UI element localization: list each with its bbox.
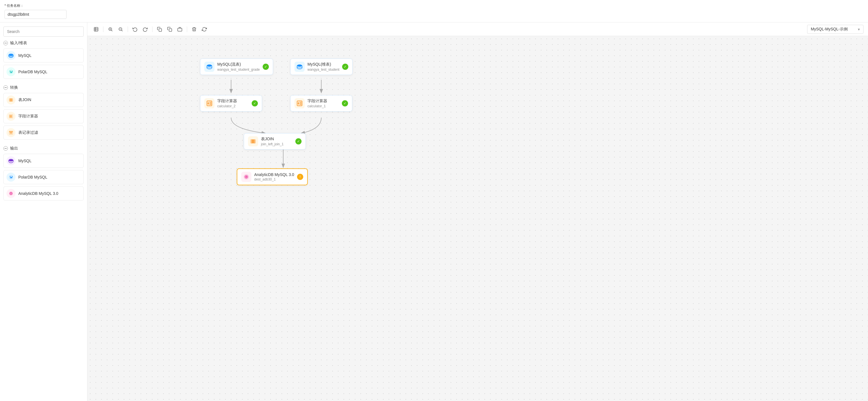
chevron-down-icon: ▾ (858, 27, 860, 32)
section-transform: 转换 表JOIN (3, 85, 84, 142)
copy-btn-1[interactable] (155, 25, 164, 34)
sidebar-item-polardb-input[interactable]: PolarDB MySQL (3, 65, 84, 79)
section-output-header[interactable]: 输出 (3, 146, 84, 151)
svg-rect-46 (252, 139, 254, 143)
svg-point-28 (207, 65, 212, 67)
arrow-calc2-to-join (231, 118, 265, 133)
redo-btn[interactable] (141, 25, 149, 34)
sidebar-item-field-calc[interactable]: ⊞ 字段计算器 (3, 109, 84, 123)
page-wrapper: * 任务名称： 输入/维表 (0, 0, 868, 401)
node-calc-1[interactable]: 字段计算器 calculator_1 ✓ (290, 95, 352, 111)
table-join-sidebar-label: 表JOIN (18, 97, 31, 102)
svg-point-8 (9, 159, 13, 161)
svg-line-20 (111, 30, 112, 31)
analyticdb-node-status: ! (297, 174, 303, 180)
mysql-stream-icon (204, 62, 214, 72)
section-transform-header[interactable]: 转换 (3, 85, 84, 90)
collapse-input-icon (3, 41, 8, 45)
collapse-transform-icon (3, 85, 8, 90)
zoom-out-btn[interactable] (116, 25, 125, 34)
task-name-input[interactable] (4, 10, 66, 19)
calc-1-sub: calculator_1 (307, 104, 339, 108)
analyticdb-node-info: AnalyticDB MySQL 3.0 dest_adb30_1 (254, 172, 294, 181)
zoom-in-btn[interactable] (106, 25, 115, 34)
polardb-input-label: PolarDB MySQL (18, 70, 48, 74)
mysql-stream-title: MySQL(流表) (217, 62, 260, 67)
polardb-output-icon (6, 173, 16, 181)
svg-point-0 (9, 54, 13, 56)
svg-rect-13 (94, 27, 98, 31)
record-filter-sidebar-icon (6, 128, 16, 137)
field-calc-sidebar-label: 字段计算器 (18, 114, 38, 119)
undo-btn[interactable] (131, 25, 139, 34)
mysql-dim-icon (294, 62, 305, 72)
calc-2-sub: calculator_2 (217, 104, 249, 108)
sidebar-item-record-filter[interactable]: 表记录过滤 (3, 126, 84, 140)
calc-1-icon (294, 98, 305, 108)
analyticdb-node-icon (241, 172, 251, 182)
mysql-dim-sub: wangya_test_student (307, 68, 339, 71)
section-output-label: 输出 (10, 146, 18, 151)
search-input[interactable] (3, 27, 84, 37)
calc-1-status: ✓ (342, 100, 348, 106)
sidebar: 输入/维表 MySQL (0, 23, 87, 401)
node-table-join[interactable]: 表JOIN join_left_join_1 ✓ (244, 133, 306, 149)
copy-btn-2[interactable] (165, 25, 174, 34)
table-join-sidebar-icon (6, 96, 16, 104)
table-join-node-sub: join_left_join_1 (261, 142, 292, 146)
node-mysql-stream[interactable]: MySQL(流表) wangya_test_student_grade ✓ (200, 59, 273, 75)
node-analyticdb[interactable]: AnalyticDB MySQL 3.0 dest_adb30_1 ! (237, 168, 308, 185)
mysql-dim-title: MySQL(维表) (307, 62, 339, 67)
analyticdb-node-title: AnalyticDB MySQL 3.0 (254, 172, 294, 177)
record-filter-sidebar-label: 表记录过滤 (18, 130, 38, 135)
svg-line-23 (121, 30, 122, 31)
svg-rect-4 (10, 98, 12, 102)
node-mysql-dim[interactable]: MySQL(维表) wangya_test_student ✓ (290, 59, 352, 75)
datasource-select[interactable]: MySQL-MySQL-示例 ▾ (807, 25, 864, 34)
list-btn[interactable] (92, 25, 100, 34)
polardb-output-label: PolarDB MySQL (18, 175, 48, 179)
table-join-node-icon (248, 136, 258, 146)
analyticdb-output-icon (6, 189, 16, 198)
analyticdb-output-label: AnalyticDB MySQL 3.0 (18, 191, 58, 196)
table-join-node-info: 表JOIN join_left_join_1 (261, 137, 292, 146)
svg-rect-24 (159, 28, 162, 31)
task-name-label: * 任务名称： (4, 3, 864, 8)
toolbar: MySQL-MySQL-示例 ▾ (87, 23, 868, 36)
datasource-label: MySQL-MySQL-示例 (811, 27, 848, 32)
mysql-stream-status: ✓ (262, 64, 269, 70)
sidebar-item-analyticdb-output[interactable]: AnalyticDB MySQL 3.0 (3, 187, 84, 201)
svg-point-29 (297, 65, 302, 67)
section-input-label: 输入/维表 (10, 40, 27, 45)
mysql-input-icon (6, 51, 16, 60)
svg-point-12 (10, 193, 11, 194)
canvas[interactable]: MySQL(流表) wangya_test_student_grade ✓ (87, 36, 868, 401)
sidebar-item-mysql-output[interactable]: MySQL (3, 154, 84, 168)
calc-2-icon (204, 98, 214, 108)
svg-point-49 (246, 176, 247, 178)
main-content: 输入/维表 MySQL (0, 23, 868, 401)
calc-2-status: ✓ (252, 100, 258, 106)
sidebar-item-table-join[interactable]: 表JOIN (3, 93, 84, 107)
mysql-dim-status: ✓ (342, 64, 348, 70)
sidebar-item-mysql-input[interactable]: MySQL (3, 48, 84, 63)
delete-btn[interactable] (190, 25, 198, 34)
mysql-input-label: MySQL (18, 53, 32, 58)
mysql-stream-sub: wangya_test_student_grade (217, 68, 260, 71)
calc-1-info: 字段计算器 calculator_1 (307, 99, 339, 108)
section-input-header[interactable]: 输入/维表 (3, 40, 84, 45)
svg-rect-26 (178, 28, 182, 31)
sidebar-item-polardb-output[interactable]: PolarDB MySQL (3, 170, 84, 184)
refresh-btn[interactable] (200, 25, 209, 34)
canvas-area: MySQL-MySQL-示例 ▾ (87, 23, 868, 401)
copy-btn-3[interactable] (176, 25, 184, 34)
calc-2-title: 字段计算器 (217, 99, 249, 104)
divider-2 (128, 27, 128, 32)
mysql-output-icon (6, 156, 16, 165)
node-calc-2[interactable]: 字段计算器 calculator_2 ✓ (200, 95, 262, 111)
top-bar: * 任务名称： (0, 0, 868, 23)
mysql-output-label: MySQL (18, 159, 32, 163)
section-transform-label: 转换 (10, 85, 18, 90)
table-join-node-title: 表JOIN (261, 137, 292, 142)
divider-1 (103, 27, 103, 32)
